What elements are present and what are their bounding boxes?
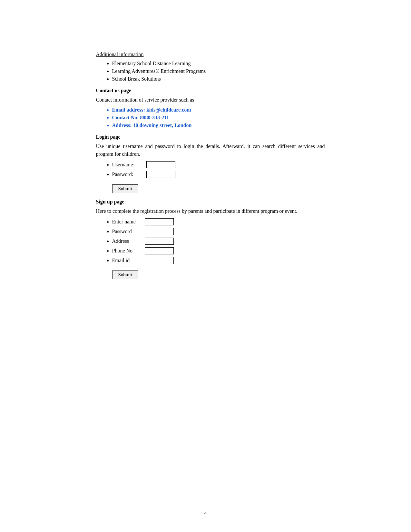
login-section: Login page Use unique username and passw… — [96, 134, 325, 193]
list-item-phone: Contact No: 8880-333-211 — [112, 115, 325, 121]
list-item: Learning Adventures® Enrichment Programs — [112, 68, 325, 74]
page-number: 4 — [204, 510, 207, 516]
password-label: Password: — [112, 172, 144, 177]
list-item-email: Email address: kids@childcare.com — [112, 107, 325, 113]
password-row: Password: — [112, 171, 325, 178]
phone-row: Phone No — [112, 247, 325, 254]
signup-password-row: Password — [112, 228, 325, 235]
username-label: Username: — [112, 162, 144, 168]
address-label: Address — [112, 238, 143, 244]
additional-info-list: Elementary School Distance Learning Lear… — [112, 61, 325, 82]
page-container: Additional information Elementary School… — [61, 0, 351, 532]
username-row: Username: — [112, 161, 325, 168]
login-submit-button[interactable]: Submit — [112, 184, 138, 193]
address-row: Address — [112, 238, 325, 245]
login-password-input[interactable] — [146, 171, 175, 178]
signup-password-label: Password — [112, 229, 143, 234]
contact-para: Contact information of service provider … — [96, 96, 325, 104]
email-row: Email id — [112, 257, 325, 264]
signup-form-list: Enter name Password Address Phone No — [112, 218, 325, 264]
phone-input[interactable] — [145, 247, 174, 254]
list-item-address: Address: 10 downing street, London — [112, 123, 325, 128]
enter-name-input[interactable] — [145, 218, 174, 225]
signup-section: Sign up page Here to complete the regist… — [96, 199, 325, 279]
signup-heading: Sign up page — [96, 199, 325, 205]
enter-name-row: Enter name — [112, 218, 325, 225]
list-item: Elementary School Distance Learning — [112, 61, 325, 66]
signup-password-input[interactable] — [145, 228, 174, 235]
contact-heading: Contact us page — [96, 88, 325, 94]
email-label: Email id — [112, 258, 143, 263]
username-input[interactable] — [146, 161, 175, 168]
phone-label: Phone No — [112, 248, 143, 254]
additional-info-heading: Additional information — [96, 52, 144, 57]
list-item: School Break Solutions — [112, 76, 325, 82]
address-input[interactable] — [145, 238, 174, 245]
login-para: Use unique username and password to logi… — [96, 143, 325, 158]
login-heading: Login page — [96, 134, 325, 140]
signup-para: Here to complete the registration proces… — [96, 207, 325, 215]
contact-section: Contact us page Contact information of s… — [96, 88, 325, 128]
contact-list: Email address: kids@childcare.com Contac… — [112, 107, 325, 128]
additional-info-section: Additional information Elementary School… — [96, 52, 325, 82]
email-input[interactable] — [145, 257, 174, 264]
enter-name-label: Enter name — [112, 219, 143, 225]
login-form-list: Username: Password: — [112, 161, 325, 178]
signup-submit-button[interactable]: Submit — [112, 271, 138, 279]
